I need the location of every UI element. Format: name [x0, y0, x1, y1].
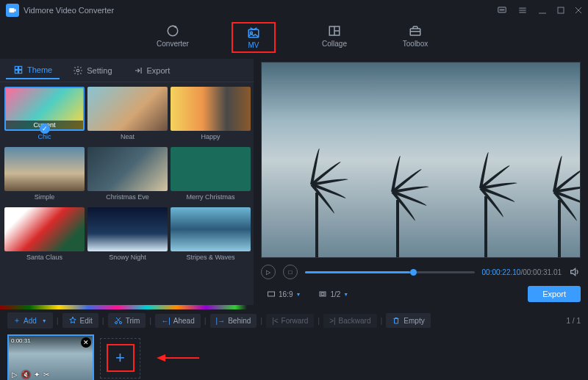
- ahead-button[interactable]: ←|Ahead: [155, 314, 201, 328]
- theme-christmas-eve[interactable]: Christmas Eve: [87, 147, 168, 204]
- empty-button[interactable]: Empty: [386, 313, 430, 328]
- subtab-setting[interactable]: Setting: [65, 62, 119, 79]
- svg-rect-25: [268, 292, 275, 296]
- backward-button[interactable]: >|Backward: [323, 314, 376, 328]
- svg-rect-27: [321, 293, 324, 295]
- play-button[interactable]: ▷: [261, 265, 276, 279]
- maximize-button[interactable]: [557, 7, 564, 14]
- svg-point-28: [115, 322, 117, 324]
- theme-neat[interactable]: Neat: [87, 87, 168, 144]
- timeline: 0:00:31 ✕ ▷ 🔇 ✦ ✂ +: [0, 331, 588, 380]
- check-icon: ✓: [40, 123, 50, 134]
- plus-icon: +: [115, 348, 125, 368]
- menu-icon[interactable]: [517, 5, 528, 15]
- clip-mute-icon[interactable]: 🔇: [21, 370, 30, 379]
- close-button[interactable]: [575, 7, 582, 14]
- zoom-select[interactable]: 1/2 ▼: [312, 287, 354, 301]
- tab-converter[interactable]: Converter: [151, 22, 195, 50]
- edit-button[interactable]: Edit: [62, 313, 98, 328]
- svg-rect-9: [558, 7, 564, 13]
- clip-item[interactable]: 0:00:31 ✕ ▷ 🔇 ✦ ✂: [7, 334, 94, 380]
- svg-marker-33: [157, 354, 165, 362]
- add-button[interactable]: ＋Add▼: [7, 312, 53, 329]
- svg-point-3: [501, 10, 502, 10]
- main-tabs: Converter MV Collage Toolbox: [0, 21, 588, 59]
- clip-edit-icon[interactable]: ✦: [34, 370, 40, 379]
- theme-snowy-night[interactable]: Snowy Night: [87, 207, 168, 265]
- theme-stripes-waves[interactable]: Stripes & Waves: [171, 207, 251, 265]
- svg-point-2: [500, 10, 501, 10]
- svg-rect-21: [19, 66, 22, 69]
- svg-rect-26: [320, 292, 326, 296]
- clip-remove-icon[interactable]: ✕: [81, 337, 91, 348]
- add-clip-slot[interactable]: +: [100, 338, 140, 379]
- svg-rect-0: [10, 8, 15, 12]
- theme-merry-christmas[interactable]: Merry Christmas: [171, 147, 251, 204]
- timeline-toolbar: ＋Add▼ | Edit | Trim | ←|Ahead | |→Behind…: [0, 309, 588, 331]
- theme-santa-claus[interactable]: Santa Claus: [4, 207, 85, 265]
- titlebar: Vidmore Video Converter: [0, 0, 588, 21]
- clip-duration: 0:00:31: [11, 337, 31, 344]
- svg-line-30: [117, 318, 121, 322]
- annotation-arrow: [157, 351, 201, 365]
- sub-tabs: Theme Setting Export: [0, 59, 254, 82]
- tab-toolbox[interactable]: Toolbox: [393, 22, 437, 50]
- subtab-export[interactable]: Export: [126, 62, 178, 79]
- subtab-theme[interactable]: Theme: [6, 62, 60, 79]
- svg-point-24: [77, 69, 80, 72]
- svg-line-31: [116, 318, 120, 322]
- clip-trim-icon[interactable]: ✂: [43, 370, 49, 379]
- minimize-button[interactable]: [538, 6, 547, 15]
- video-preview[interactable]: [261, 62, 581, 258]
- behind-button[interactable]: |→Behind: [210, 314, 257, 328]
- seek-bar[interactable]: [305, 271, 475, 273]
- svg-point-29: [119, 322, 121, 324]
- svg-point-4: [503, 10, 504, 10]
- theme-grid[interactable]: Current✓ Chic Neat Happy Simple Christma…: [0, 82, 254, 305]
- svg-rect-22: [15, 70, 18, 73]
- feedback-icon[interactable]: [497, 5, 507, 15]
- page-indicator: 1 / 1: [567, 317, 581, 325]
- forward-button[interactable]: |<Forward: [266, 314, 314, 328]
- theme-simple[interactable]: Simple: [4, 147, 85, 204]
- app-title: Vidmore Video Converter: [24, 6, 114, 15]
- theme-chic[interactable]: Current✓ Chic: [4, 87, 85, 144]
- tab-collage[interactable]: Collage: [312, 22, 356, 50]
- export-button[interactable]: Export: [528, 286, 581, 302]
- timecode: 00:00:22.10/00:00:31.01: [482, 268, 562, 276]
- app-logo: [6, 4, 19, 17]
- tab-mv[interactable]: MV: [232, 22, 276, 53]
- volume-icon[interactable]: [569, 266, 581, 278]
- stop-button[interactable]: □: [283, 265, 298, 279]
- aspect-ratio-select[interactable]: 16:9 ▼: [261, 287, 306, 301]
- clip-play-icon[interactable]: ▷: [12, 370, 18, 379]
- svg-rect-20: [15, 66, 18, 69]
- svg-rect-23: [19, 70, 22, 73]
- trim-button[interactable]: Trim: [108, 313, 146, 328]
- theme-happy[interactable]: Happy: [171, 87, 251, 144]
